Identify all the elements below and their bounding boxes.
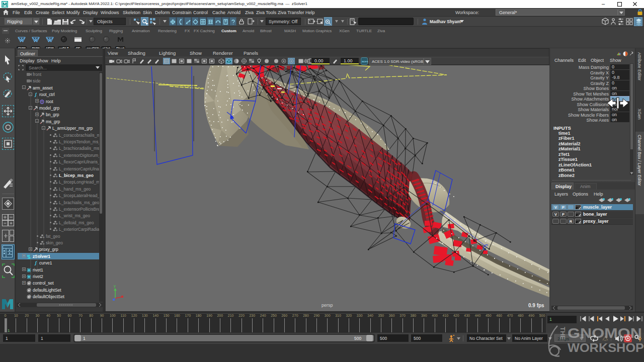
svg-text:THE: THE	[559, 327, 567, 340]
svg-text:persp: persp	[321, 303, 333, 308]
svg-text:0.9 fps: 0.9 fps	[528, 303, 544, 308]
svg-text:y: y	[114, 284, 116, 288]
svg-text:WORKSHOP: WORKSHOP	[568, 341, 644, 354]
svg-text:GNOMON: GNOMON	[568, 326, 642, 341]
